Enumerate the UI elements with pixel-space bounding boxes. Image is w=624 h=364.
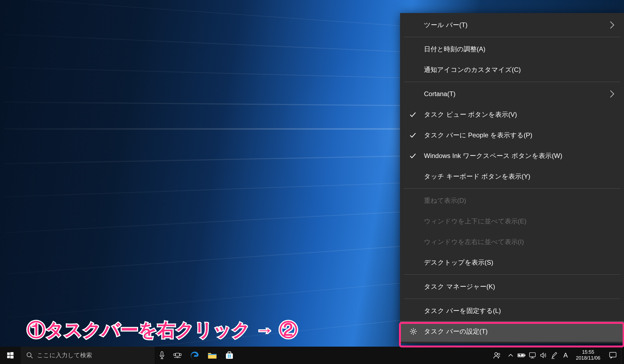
action-center-button[interactable] <box>605 347 621 364</box>
svg-rect-18 <box>230 354 231 356</box>
menu-item-show-windows-ink-button[interactable]: Windows Ink ワークスペース ボタンを表示(W) <box>400 145 624 166</box>
notification-icon <box>609 352 617 359</box>
menu-item-label: タスク マネージャー(K) <box>424 282 495 291</box>
battery-icon <box>517 353 526 358</box>
menu-separator <box>404 274 620 275</box>
svg-rect-26 <box>529 353 535 357</box>
task-view-button[interactable] <box>169 347 186 364</box>
search-icon <box>26 352 33 359</box>
start-button[interactable] <box>0 347 21 364</box>
search-placeholder: ここに入力して検索 <box>37 351 92 359</box>
menu-item-label: タスク ビュー ボタンを表示(V) <box>424 110 517 119</box>
menu-item-label: タッチ キーボード ボタンを表示(Y) <box>424 172 530 181</box>
svg-rect-12 <box>180 354 181 356</box>
menu-item-lock-taskbar[interactable]: タスク バーを固定する(L) <box>400 300 624 321</box>
svg-rect-15 <box>208 354 216 355</box>
svg-rect-4 <box>10 356 14 359</box>
show-desktop-button[interactable] <box>621 347 624 364</box>
windows-logo-icon <box>7 352 14 359</box>
menu-item-show-desktop[interactable]: デスクトップを表示(S) <box>400 252 624 273</box>
taskbar[interactable]: ここに入力して検索 <box>0 347 624 364</box>
tray-overflow-button[interactable] <box>505 347 516 364</box>
check-icon <box>409 132 416 139</box>
svg-rect-20 <box>230 356 231 358</box>
menu-item-label: タスク バーに People を表示する(P) <box>424 131 532 140</box>
menu-item-show-people[interactable]: タスク バーに People を表示する(P) <box>400 125 624 145</box>
svg-point-0 <box>412 330 414 333</box>
svg-rect-3 <box>7 356 10 358</box>
menu-separator <box>404 299 620 299</box>
pinned-app-edge[interactable] <box>186 347 204 364</box>
menu-item-label: 通知アイコンのカスタマイズ(C) <box>424 65 521 74</box>
check-icon <box>409 111 416 118</box>
menu-item-toolbars[interactable]: ツール バー(T) <box>400 15 624 35</box>
menu-item-customize-notification-icons[interactable]: 通知アイコンのカスタマイズ(C) <box>400 59 624 80</box>
menu-item-label: タスク バーを固定する(L) <box>424 306 501 315</box>
folder-icon <box>207 351 217 359</box>
gear-icon <box>409 327 417 335</box>
svg-rect-24 <box>525 354 525 356</box>
menu-separator <box>404 37 620 37</box>
svg-rect-10 <box>176 353 179 356</box>
svg-line-6 <box>31 356 33 358</box>
menu-item-task-manager[interactable]: タスク マネージャー(K) <box>400 276 624 297</box>
menu-item-label: タスク バーの設定(T) <box>424 327 488 336</box>
svg-point-22 <box>498 353 500 356</box>
task-view-icon <box>173 352 182 359</box>
svg-rect-2 <box>10 352 14 355</box>
svg-rect-16 <box>226 353 233 359</box>
menu-item-label: Cortana(T) <box>424 90 455 98</box>
people-icon <box>493 351 501 359</box>
svg-rect-14 <box>177 357 178 358</box>
menu-item-label: 重ねて表示(D) <box>424 196 466 205</box>
microphone-icon <box>159 351 165 359</box>
chevron-up-icon <box>508 353 513 357</box>
menu-item-taskbar-settings[interactable]: タスク バーの設定(T) <box>400 321 624 342</box>
menu-separator <box>404 82 620 82</box>
menu-item-stack-windows: ウィンドウを上下に並べて表示(E) <box>400 211 624 232</box>
tray-volume[interactable] <box>538 347 549 364</box>
people-button[interactable] <box>489 347 505 364</box>
menu-item-label: 日付と時刻の調整(A) <box>424 45 485 53</box>
taskbar-context-menu: ツール バー(T) 日付と時刻の調整(A) 通知アイコンのカスタマイズ(C) C… <box>400 13 624 343</box>
pinned-app-store[interactable] <box>221 347 238 364</box>
svg-rect-30 <box>610 352 616 357</box>
search-box[interactable]: ここに入力して検索 <box>21 347 155 364</box>
cortana-mic-button[interactable] <box>155 347 169 364</box>
menu-item-label: Windows Ink ワークスペース ボタンを表示(W) <box>424 151 562 160</box>
pinned-app-explorer[interactable] <box>204 347 221 364</box>
tray-battery[interactable] <box>516 347 527 364</box>
menu-item-show-touch-keyboard-button[interactable]: タッチ キーボード ボタンを表示(Y) <box>400 166 624 187</box>
clock[interactable]: 15:55 2018/11/06 <box>572 349 605 361</box>
ime-indicator[interactable]: A <box>560 347 572 364</box>
clock-time: 15:55 <box>582 349 594 355</box>
chevron-right-icon <box>610 21 615 29</box>
system-tray: A 15:55 2018/11/06 <box>489 347 624 364</box>
svg-rect-17 <box>228 354 229 356</box>
svg-point-21 <box>495 353 497 355</box>
menu-item-label: デスクトップを表示(S) <box>424 258 493 267</box>
tray-windows-ink[interactable] <box>549 347 560 364</box>
svg-rect-11 <box>174 354 175 356</box>
annotation-step1: ①タスクバーを右クリック → ② <box>27 318 298 342</box>
menu-item-cascade-windows: 重ねて表示(D) <box>400 190 624 211</box>
network-icon <box>529 352 536 359</box>
pen-icon <box>551 352 558 359</box>
svg-point-5 <box>27 353 31 357</box>
menu-item-adjust-datetime[interactable]: 日付と時刻の調整(A) <box>400 39 624 59</box>
menu-item-side-by-side-windows: ウィンドウを左右に並べて表示(I) <box>400 232 624 252</box>
menu-separator <box>404 188 620 189</box>
menu-item-label: ウィンドウを左右に並べて表示(I) <box>424 238 524 246</box>
menu-item-show-taskview-button[interactable]: タスク ビュー ボタンを表示(V) <box>400 104 624 125</box>
menu-item-label: ツール バー(T) <box>424 21 467 29</box>
speaker-icon <box>540 352 547 359</box>
svg-rect-19 <box>228 356 229 358</box>
tray-network[interactable] <box>527 347 538 364</box>
menu-item-cortana[interactable]: Cortana(T) <box>400 84 624 104</box>
chevron-right-icon <box>610 90 615 98</box>
check-icon <box>409 152 416 159</box>
edge-icon <box>190 350 200 360</box>
menu-item-label: ウィンドウを上下に並べて表示(E) <box>424 217 526 226</box>
store-icon <box>225 351 234 360</box>
svg-rect-1 <box>7 353 10 355</box>
